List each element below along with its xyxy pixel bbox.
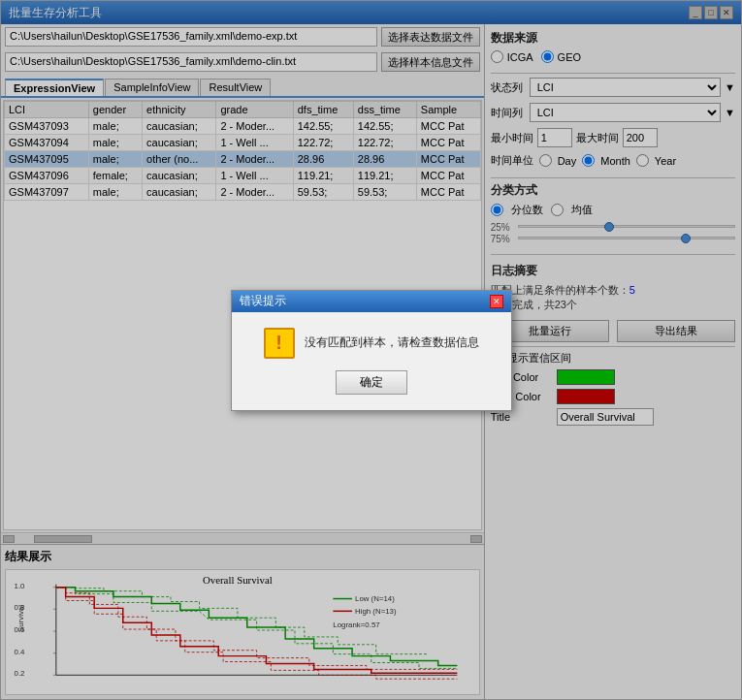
modal-ok-button[interactable]: 确定 [336,370,407,395]
warning-icon: ! [264,328,295,359]
main-window: 批量生存分析工具 _ □ ✕ C:\Users\hailun\Desktop\G… [0,0,742,700]
modal-title-bar: 错误提示 ✕ [232,291,511,312]
modal-message-row: ! 没有匹配到样本，请检查数据信息 [264,328,479,359]
modal-body: ! 没有匹配到样本，请检查数据信息 确定 [232,312,511,410]
modal-title: 错误提示 [240,293,286,309]
modal-overlay: 错误提示 ✕ ! 没有匹配到样本，请检查数据信息 确定 [1,1,741,699]
modal-message-text: 没有匹配到样本，请检查数据信息 [305,334,479,351]
modal-close-button[interactable]: ✕ [490,295,503,308]
modal-dialog: 错误提示 ✕ ! 没有匹配到样本，请检查数据信息 确定 [231,290,512,411]
